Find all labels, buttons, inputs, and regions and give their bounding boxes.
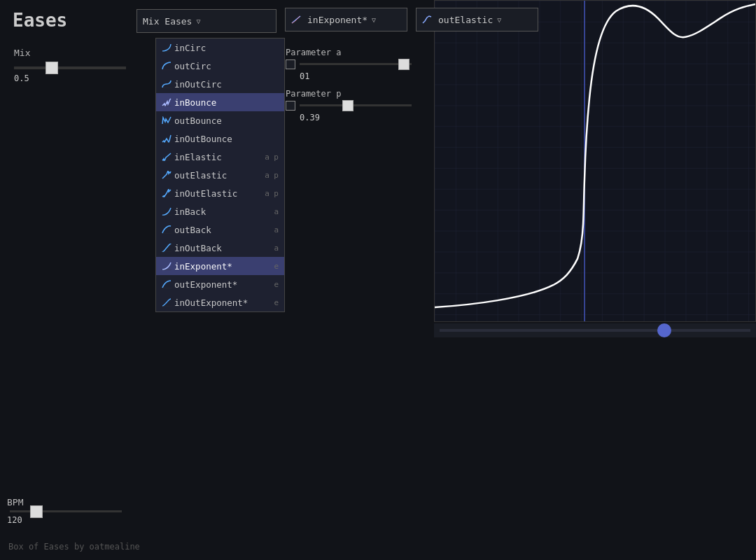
dropdown-item-inBounce[interactable]: inBounce: [156, 93, 284, 111]
item-icon-inBack: [162, 207, 172, 216]
item-icon-inCirc: [162, 43, 172, 52]
dropdown-item-outBack[interactable]: outBack a: [156, 220, 284, 239]
bpm-slider-container: [7, 510, 125, 512]
param-a-checkbox[interactable]: [286, 59, 295, 69]
inexponent-curve-icon: [291, 15, 301, 24]
item-label-inBack: inBack: [174, 206, 274, 217]
item-tag-inOutElastic: a p: [265, 189, 279, 198]
param-a-thumb[interactable]: [398, 59, 410, 70]
item-icon-outBack: [162, 225, 172, 234]
dropdown-item-inOutExponent[interactable]: inOutExponent* e: [156, 293, 284, 312]
item-label-inCirc: inCirc: [174, 43, 279, 53]
graph-canvas: [435, 1, 755, 321]
item-label-inOutCirc: inOutCirc: [174, 79, 279, 90]
item-icon-outCirc: [162, 62, 172, 70]
item-tag-inOutBack: a: [274, 244, 279, 253]
param-p-thumb[interactable]: [342, 100, 354, 111]
dropdown-menu: inCirc outCirc inOutCirc inBounce: [155, 38, 285, 312]
item-icon-inOutBounce: [162, 134, 172, 143]
mix-section: Mix 0.5: [7, 43, 154, 88]
item-icon-inOutExponent: [162, 298, 172, 307]
scrubber-track[interactable]: [440, 329, 750, 332]
dropdown-item-outCirc[interactable]: outCirc: [156, 57, 284, 75]
item-label-inOutElastic: inOutElastic: [174, 188, 265, 199]
inexponent-arrow: ▽: [372, 16, 376, 24]
item-icon-outExponent: [162, 280, 172, 288]
bpm-section: BPM 120: [7, 497, 125, 525]
mix-eases-arrow: ▽: [196, 18, 200, 25]
mix-value: 0.5: [14, 74, 147, 83]
item-tag-outExponent: e: [274, 280, 279, 289]
dropdown-item-outExponent[interactable]: outExponent* e: [156, 275, 284, 293]
outelastic-curve-icon: [422, 15, 432, 24]
dropdown-item-inOutElastic[interactable]: inOutElastic a p: [156, 184, 284, 202]
graph-area: [434, 0, 756, 322]
item-label-inExponent: inExponent*: [174, 261, 274, 272]
mix-slider-thumb[interactable]: [46, 62, 58, 74]
mix-eases-dropdown[interactable]: Mix Eases ▽: [136, 9, 276, 33]
item-tag-inOutExponent: e: [274, 298, 279, 307]
outelastic-arrow: ▽: [497, 16, 501, 24]
param-a-value: 01: [300, 71, 309, 81]
item-label-inOutBounce: inOutBounce: [174, 134, 279, 144]
mix-slider-track[interactable]: [14, 66, 126, 69]
item-label-inOutBack: inOutBack: [174, 243, 274, 253]
param-p-label: Parameter p: [286, 89, 341, 99]
param-a-track[interactable]: [300, 63, 412, 65]
item-icon-inOutCirc: [162, 80, 172, 88]
timeline-scrubber: [434, 323, 756, 337]
dropdown-item-outBounce[interactable]: outBounce: [156, 111, 284, 130]
item-icon-outElastic: [162, 171, 172, 179]
dropdown-item-inCirc[interactable]: inCirc: [156, 38, 284, 57]
param-p-value: 0.39: [300, 113, 320, 122]
inexponent-label: inExponent*: [307, 15, 368, 25]
scrubber-thumb[interactable]: [657, 323, 671, 337]
item-tag-inBack: a: [274, 207, 279, 216]
param-a-section: Parameter a 01 Parameter p 0.39: [279, 43, 433, 128]
item-icon-inExponent: [162, 262, 172, 270]
item-label-outExponent: outExponent*: [174, 279, 274, 290]
bpm-label: BPM: [7, 497, 125, 507]
footer: Box of Eases by oatmealine: [8, 542, 140, 552]
outelastic-label: outElastic: [438, 15, 493, 25]
item-label-inElastic: inElastic: [174, 152, 265, 162]
mix-eases-label: Mix Eases: [143, 16, 192, 27]
outelastic-dropdown[interactable]: outElastic ▽: [416, 8, 538, 31]
param-p-track[interactable]: [300, 104, 412, 106]
bpm-value: 120: [7, 515, 125, 525]
param-p-checkbox[interactable]: [286, 101, 295, 111]
item-icon-inBounce: [162, 98, 172, 106]
dropdown-item-inOutBounce[interactable]: inOutBounce: [156, 130, 284, 148]
svg-rect-16: [435, 1, 755, 321]
item-label-inOutExponent: inOutExponent*: [174, 298, 274, 308]
inexponent-dropdown[interactable]: inExponent* ▽: [285, 8, 407, 31]
dropdown-item-inExponent[interactable]: inExponent* e: [156, 257, 284, 275]
item-label-outBack: outBack: [174, 225, 274, 235]
dropdown-item-inElastic[interactable]: inElastic a p: [156, 148, 284, 166]
item-icon-inOutBack: [162, 244, 172, 252]
item-icon-outBounce: [162, 116, 172, 125]
dropdown-item-outElastic[interactable]: outElastic a p: [156, 166, 284, 184]
item-icon-inElastic: [162, 153, 172, 161]
item-label-outElastic: outElastic: [174, 170, 265, 181]
item-tag-outElastic: a p: [265, 171, 279, 180]
item-label-outCirc: outCirc: [174, 61, 279, 71]
item-tag-inExponent: e: [274, 262, 279, 271]
bpm-slider-thumb[interactable]: [30, 505, 43, 518]
item-label-inBounce: inBounce: [174, 97, 279, 108]
item-label-outBounce: outBounce: [174, 115, 279, 126]
param-a-label: Parameter a: [286, 48, 341, 57]
item-tag-inElastic: a p: [265, 153, 279, 162]
dropdown-item-inOutCirc[interactable]: inOutCirc: [156, 75, 284, 93]
mix-label: Mix: [14, 48, 70, 58]
item-tag-outBack: a: [274, 225, 279, 234]
bpm-slider-track[interactable]: [10, 510, 122, 512]
item-icon-inOutElastic: [162, 189, 172, 197]
top-bar: Mix Eases ▽ inExponent* ▽ outElastic ▽: [0, 0, 545, 39]
dropdown-item-inBack[interactable]: inBack a: [156, 202, 284, 220]
dropdown-item-inOutBack[interactable]: inOutBack a: [156, 239, 284, 257]
